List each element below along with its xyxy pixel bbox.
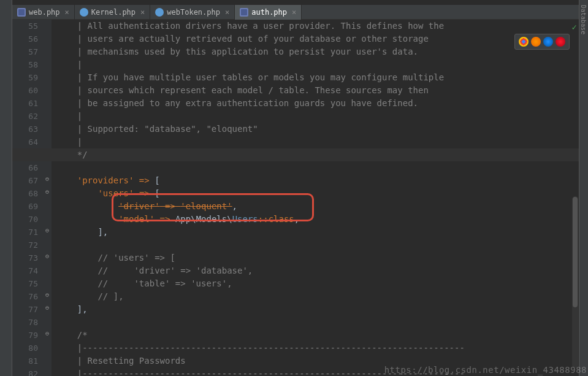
tab-kernel-php[interactable]: Kernel.php × (75, 5, 150, 20)
browser-preview-toolbar (514, 34, 570, 50)
left-tool-gutter[interactable] (0, 0, 12, 376)
chrome-icon[interactable] (519, 37, 529, 47)
close-icon[interactable]: × (65, 8, 69, 17)
line-number-gutter: 55 56 57 58 59 60 61 62 63 64 65 66 67 6… (12, 20, 43, 376)
vertical-scrollbar[interactable] (572, 196, 578, 368)
close-icon[interactable]: × (292, 8, 296, 17)
tab-label: auth.php (251, 8, 287, 17)
code-editor[interactable]: 55 56 57 58 59 60 61 62 63 64 65 66 67 6… (12, 20, 579, 376)
php-file-icon (240, 8, 248, 17)
fold-icon[interactable]: ⊖ (44, 253, 50, 259)
watermark-text: https://blog.csdn.net/weixin_43488988 (384, 365, 587, 375)
code-content[interactable]: | All authentication drivers have a user… (52, 20, 579, 376)
tab-label: Kernel.php (91, 8, 136, 17)
database-tool-label[interactable]: Database (579, 0, 587, 34)
inspection-checkmark-icon[interactable]: ✓ (572, 22, 577, 32)
tab-label: web.php (29, 8, 60, 17)
fold-icon[interactable]: ⊖ (44, 292, 50, 298)
fold-icon[interactable]: ⊖ (44, 331, 50, 337)
fold-icon[interactable]: ⊖ (44, 189, 50, 195)
class-file-icon (155, 8, 164, 17)
fold-icon[interactable]: ⊖ (44, 176, 50, 182)
fold-icon[interactable]: ⊖ (44, 228, 50, 234)
scrollbar-thumb[interactable] (573, 197, 578, 307)
tab-webtoken-php[interactable]: webToken.php × (150, 5, 235, 20)
safari-icon[interactable] (543, 37, 553, 47)
tab-label: webToken.php (167, 8, 220, 17)
close-icon[interactable]: × (225, 8, 229, 17)
tab-auth-php[interactable]: auth.php × (235, 5, 302, 20)
fold-icon[interactable]: ⊖ (44, 305, 50, 311)
firefox-icon[interactable] (531, 37, 541, 47)
fold-gutter[interactable]: ⊖ ⊖ ⊖ ⊖ ⊖ ⊖ ⊖ ⊖ (43, 20, 52, 376)
php-file-icon (17, 8, 26, 17)
class-file-icon (80, 8, 88, 17)
close-icon[interactable]: × (140, 8, 145, 17)
right-tool-sidebar[interactable]: Database (579, 0, 588, 376)
tab-web-php[interactable]: web.php × (12, 5, 75, 20)
editor-tab-bar: web.php × Kernel.php × webToken.php × au… (12, 5, 579, 20)
opera-icon[interactable] (556, 37, 565, 47)
